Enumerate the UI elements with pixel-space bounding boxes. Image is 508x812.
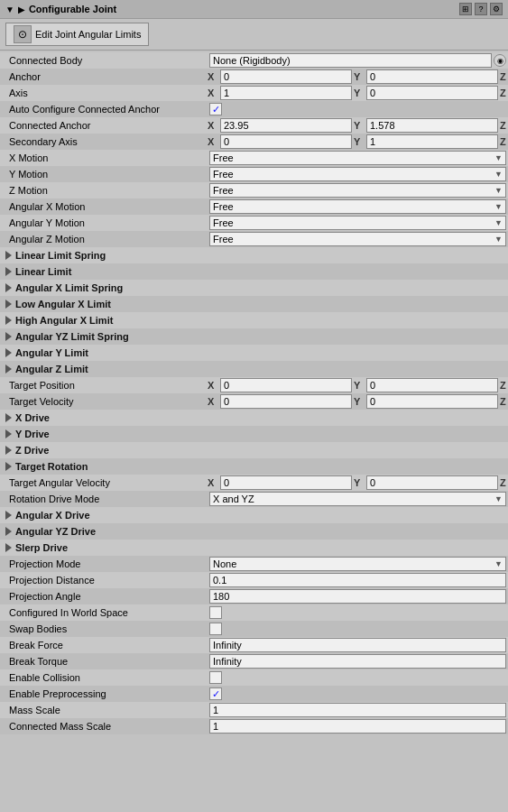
secondary-axis-y-label: Y [354, 136, 365, 147]
angular-x-drive-section[interactable]: Angular X Drive [0, 507, 508, 523]
rotation-drive-mode-value: X and YZ ▼ [208, 492, 508, 506]
target-rotation-section[interactable]: Target Rotation [0, 458, 508, 475]
y-motion-row: Y Motion Free ▼ [0, 166, 508, 182]
anchor-y-input[interactable] [366, 69, 498, 84]
x-drive-section[interactable]: X Drive [0, 410, 508, 426]
slerp-drive-section[interactable]: Slerp Drive [0, 540, 508, 556]
target-velocity-row: Target Velocity X Y Z [0, 393, 508, 410]
rotation-drive-mode-arrow: ▼ [494, 494, 503, 503]
anchor-x-input[interactable] [220, 69, 352, 84]
info-icon[interactable]: ? [475, 3, 487, 15]
tav-z-label: Z [500, 477, 508, 488]
projection-mode-text: None [213, 558, 236, 569]
high-angular-x-limit-section[interactable]: High Angular X Limit [0, 312, 508, 328]
edit-joint-icon: ⊙ [14, 25, 32, 43]
inspector-content: Connected Body ◉ Anchor X Y Z Axis X Y Z [0, 51, 508, 736]
enable-preprocessing-label: Enable Preprocessing [0, 688, 208, 699]
z-drive-section[interactable]: Z Drive [0, 442, 508, 458]
angular-z-motion-value: Free ▼ [208, 232, 508, 246]
angular-x-limit-spring-arrow [5, 283, 12, 292]
connected-mass-scale-label: Connected Mass Scale [0, 721, 208, 732]
angular-z-motion-label: Angular Z Motion [0, 234, 208, 245]
target-velocity-y-input[interactable] [366, 394, 498, 409]
auto-configure-checkbox[interactable] [209, 103, 222, 115]
high-angular-x-limit-arrow [5, 316, 12, 325]
gear-icon[interactable]: ⚙ [490, 3, 503, 15]
tav-y-label: Y [354, 477, 365, 488]
configured-in-world-space-row: Configured In World Space [0, 604, 508, 621]
angular-y-limit-label: Angular Y Limit [15, 347, 88, 358]
break-torque-input[interactable] [209, 654, 506, 669]
target-velocity-xyz: X Y Z [208, 394, 508, 409]
linear-limit-section[interactable]: Linear Limit [0, 263, 508, 280]
target-position-y-label: Y [354, 380, 365, 391]
break-torque-row: Break Torque [0, 653, 508, 669]
connected-body-label: Connected Body [0, 55, 208, 66]
tav-y-input[interactable] [366, 475, 498, 490]
break-force-input[interactable] [209, 638, 506, 652]
target-velocity-x-label: X [208, 396, 218, 407]
z-motion-dropdown[interactable]: Free ▼ [209, 183, 506, 198]
angular-z-motion-text: Free [213, 234, 234, 245]
angular-yz-drive-section[interactable]: Angular YZ Drive [0, 523, 508, 540]
secondary-axis-y-input[interactable] [366, 134, 498, 149]
swap-bodies-checkbox[interactable] [209, 623, 222, 635]
connected-mass-scale-input[interactable] [209, 719, 506, 734]
y-motion-arrow: ▼ [494, 170, 503, 179]
z-motion-arrow: ▼ [494, 186, 503, 195]
angular-yz-limit-spring-section[interactable]: Angular YZ Limit Spring [0, 328, 508, 345]
connected-body-pick[interactable]: ◉ [494, 54, 506, 67]
z-drive-label: Z Drive [15, 445, 49, 456]
projection-mode-arrow: ▼ [494, 559, 503, 568]
angular-x-limit-spring-section[interactable]: Angular X Limit Spring [0, 280, 508, 296]
projection-angle-input[interactable] [209, 589, 506, 604]
projection-angle-value [208, 589, 508, 604]
rotation-drive-mode-dropdown[interactable]: X and YZ ▼ [209, 492, 506, 506]
break-force-value [208, 638, 508, 652]
angular-x-motion-label: Angular X Motion [0, 201, 208, 212]
x-motion-dropdown[interactable]: Free ▼ [209, 151, 506, 165]
anchor-label: Anchor [0, 71, 208, 82]
axis-xyz: X Y Z [208, 86, 508, 100]
secondary-axis-x-input[interactable] [220, 134, 352, 149]
angular-z-motion-dropdown[interactable]: Free ▼ [209, 232, 506, 246]
tav-x-input[interactable] [220, 475, 352, 490]
target-position-y-input[interactable] [366, 378, 498, 392]
axis-y-input[interactable] [366, 86, 498, 100]
edit-joint-button[interactable]: ⊙ Edit Joint Angular Limits [5, 23, 149, 46]
angular-y-limit-section[interactable]: Angular Y Limit [0, 345, 508, 361]
projection-mode-dropdown[interactable]: None ▼ [209, 557, 506, 571]
configured-in-world-space-label: Configured In World Space [0, 607, 208, 618]
z-motion-label: Z Motion [0, 185, 208, 196]
connected-anchor-y-input[interactable] [366, 118, 498, 133]
low-angular-x-limit-section[interactable]: Low Angular X Limit [0, 296, 508, 312]
enable-preprocessing-checkbox[interactable] [209, 687, 222, 700]
bookmark-icon[interactable]: ⊞ [459, 3, 472, 15]
linear-limit-spring-section[interactable]: Linear Limit Spring [0, 247, 508, 263]
z-drive-arrow [5, 446, 12, 455]
linear-limit-arrow [5, 267, 12, 276]
target-velocity-label: Target Velocity [0, 396, 208, 407]
target-position-x-input[interactable] [220, 378, 352, 392]
projection-distance-input[interactable] [209, 573, 506, 587]
secondary-axis-xyz: X Y Z [208, 134, 508, 149]
collapse-icon[interactable]: ▼ [5, 5, 14, 14]
y-drive-section[interactable]: Y Drive [0, 426, 508, 442]
connected-anchor-x-input[interactable] [220, 118, 352, 133]
mass-scale-input[interactable] [209, 703, 506, 717]
angular-z-limit-section[interactable]: Angular Z Limit [0, 361, 508, 377]
axis-x-input[interactable] [220, 86, 352, 100]
angular-y-motion-dropdown[interactable]: Free ▼ [209, 216, 506, 230]
angular-x-motion-dropdown[interactable]: Free ▼ [209, 199, 506, 214]
y-motion-dropdown[interactable]: Free ▼ [209, 167, 506, 181]
connected-body-input[interactable] [209, 53, 492, 68]
x-motion-arrow: ▼ [494, 153, 503, 162]
target-position-x-label: X [208, 380, 218, 391]
configured-in-world-space-checkbox[interactable] [209, 606, 222, 619]
angular-z-motion-arrow: ▼ [494, 235, 503, 244]
target-velocity-x-input[interactable] [220, 394, 352, 409]
enable-collision-checkbox[interactable] [209, 671, 222, 684]
break-force-label: Break Force [0, 640, 208, 651]
angular-x-drive-label: Angular X Drive [15, 510, 90, 521]
angular-z-limit-label: Angular Z Limit [15, 364, 88, 374]
